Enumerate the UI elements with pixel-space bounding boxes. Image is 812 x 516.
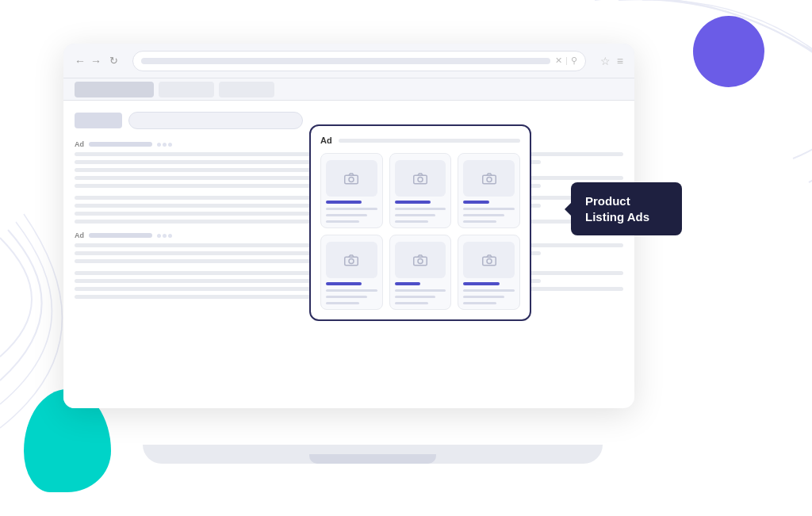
- ad-dot: [157, 143, 161, 147]
- ad-label-1: Ad: [75, 140, 84, 148]
- product-price-line: [395, 201, 431, 204]
- product-desc-line: [326, 296, 367, 298]
- product-listing-ads-panel: Ad: [309, 124, 531, 321]
- product-desc-line: [395, 220, 428, 223]
- browser-tabs: [63, 78, 634, 101]
- product-desc-line: [326, 214, 367, 216]
- product-image-6: [463, 242, 515, 278]
- product-desc-line: [326, 289, 377, 292]
- product-price-line: [326, 201, 362, 204]
- ad-label-2: Ad: [75, 231, 84, 239]
- svg-point-3: [418, 178, 423, 182]
- ad-dot: [157, 234, 161, 238]
- product-card-5: [389, 235, 452, 310]
- product-card-2: [389, 153, 452, 228]
- product-desc-line: [395, 296, 436, 298]
- browser-content-area: Ad: [63, 78, 634, 408]
- laptop-base-notch: [309, 454, 436, 464]
- product-image-1: [326, 160, 377, 197]
- ad-title-bar-1: [89, 142, 152, 147]
- address-text: [141, 58, 550, 64]
- ad-dots-2: [157, 234, 172, 238]
- ad-title-bar-2: [89, 233, 152, 238]
- laptop-screen: ← → ↻ ✕ | ⚲ ☆ ≡: [63, 44, 634, 408]
- product-image-4: [326, 242, 377, 278]
- product-desc-line: [463, 214, 504, 216]
- inactive-tab-2[interactable]: [219, 82, 274, 97]
- svg-point-5: [487, 178, 492, 182]
- product-desc-line: [326, 302, 359, 304]
- product-price-line: [463, 282, 499, 285]
- star-icon[interactable]: ☆: [600, 55, 611, 67]
- product-listing-ads-tooltip: Product Listing Ads: [571, 182, 682, 235]
- product-desc-line: [463, 208, 515, 210]
- product-desc-line: [395, 302, 428, 304]
- product-image-5: [395, 242, 446, 278]
- product-image-2: [395, 160, 446, 197]
- tooltip-line2: Listing Ads: [585, 210, 649, 224]
- product-image-3: [463, 160, 515, 197]
- product-desc-line: [326, 220, 359, 223]
- ad-dots-1: [157, 143, 172, 147]
- ad-dot: [168, 234, 172, 238]
- forward-button[interactable]: →: [90, 55, 102, 67]
- search-icon: ⚲: [571, 55, 577, 66]
- pla-header-line: [339, 139, 520, 143]
- svg-point-1: [349, 178, 354, 182]
- browser-navigation: ← → ↻: [75, 55, 118, 67]
- refresh-button[interactable]: ↻: [109, 55, 118, 67]
- product-grid: [320, 153, 520, 310]
- product-card-3: [458, 153, 520, 228]
- active-tab[interactable]: [75, 82, 154, 97]
- product-desc-line: [463, 289, 515, 292]
- browser-action-buttons: ☆ ≡: [600, 55, 623, 67]
- menu-icon[interactable]: ≡: [617, 55, 623, 67]
- ad-dot: [168, 143, 172, 147]
- product-price-line: [463, 201, 488, 204]
- product-price-line: [326, 282, 362, 285]
- address-bar-icons: ✕ | ⚲: [555, 55, 577, 66]
- pla-header: Ad: [320, 136, 520, 145]
- product-desc-line: [463, 296, 504, 298]
- svg-point-11: [487, 259, 492, 264]
- browser-toolbar: ← → ↻ ✕ | ⚲ ☆ ≡: [63, 44, 634, 78]
- close-icon: ✕: [555, 55, 562, 66]
- product-price-line: [395, 282, 420, 285]
- product-desc-line: [395, 208, 446, 210]
- product-card-6: [458, 235, 520, 310]
- laptop-illustration: ← → ↻ ✕ | ⚲ ☆ ≡: [63, 44, 682, 464]
- product-desc-line: [395, 289, 446, 292]
- svg-point-9: [418, 259, 423, 264]
- svg-point-7: [349, 259, 354, 264]
- divider-icon: |: [565, 55, 568, 66]
- tooltip-line1: Product: [585, 194, 630, 208]
- product-desc-line: [463, 302, 496, 304]
- pla-ad-label: Ad: [320, 136, 332, 145]
- inactive-tab-1[interactable]: [159, 82, 214, 97]
- search-logo: [75, 113, 122, 128]
- back-button[interactable]: ←: [75, 55, 86, 67]
- purple-circle-decoration: [693, 16, 764, 87]
- product-desc-line: [463, 220, 496, 223]
- search-input-placeholder: [128, 112, 303, 129]
- product-card-1: [320, 153, 383, 228]
- laptop-base: [143, 445, 603, 464]
- address-bar[interactable]: ✕ | ⚲: [132, 51, 586, 71]
- product-desc-line: [326, 208, 377, 210]
- ad-dot: [163, 143, 167, 147]
- product-desc-line: [395, 214, 436, 216]
- ad-dot: [163, 234, 167, 238]
- product-card-4: [320, 235, 383, 310]
